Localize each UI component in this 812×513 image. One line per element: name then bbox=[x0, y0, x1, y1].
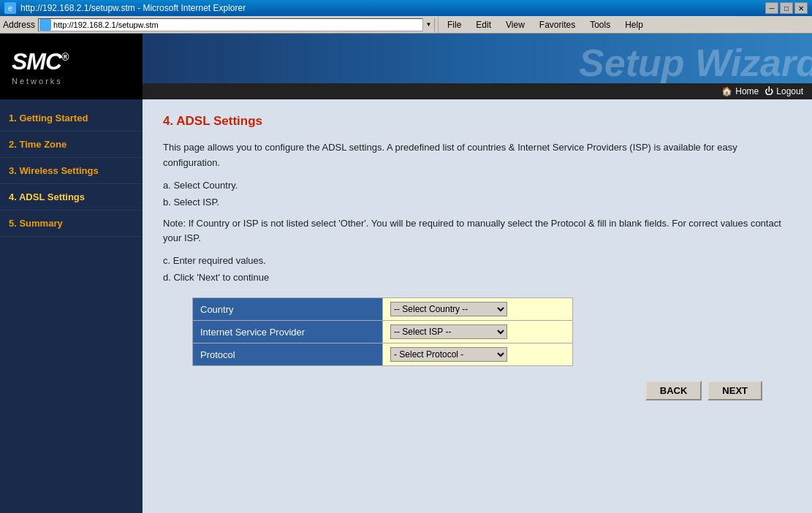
title-bar: e http://192.168.2.1/setupw.stm - Micros… bbox=[0, 0, 812, 16]
browser-body: SMC® Networks Setup Wizard 🏠 Home ⏻ Logo… bbox=[0, 34, 812, 513]
title-bar-controls: ─ □ ✕ bbox=[765, 2, 808, 14]
window-title: http://192.168.2.1/setupw.stm - Microsof… bbox=[20, 3, 246, 13]
address-input[interactable] bbox=[52, 20, 422, 29]
next-button[interactable]: NEXT bbox=[707, 381, 762, 400]
country-label: Country bbox=[193, 298, 383, 321]
smc-header: SMC® Networks Setup Wizard 🏠 Home ⏻ Logo… bbox=[0, 34, 812, 99]
logout-icon: ⏻ bbox=[764, 86, 773, 96]
close-button[interactable]: ✕ bbox=[794, 2, 808, 14]
note-text: Note: If Country or ISP is not listed se… bbox=[163, 216, 792, 247]
address-dropdown-btn[interactable]: ▼ bbox=[422, 18, 434, 31]
table-row-protocol: Protocol - Select Protocol - bbox=[193, 343, 573, 366]
home-icon: 🏠 bbox=[721, 86, 732, 96]
step-a-text: a. Select Country. bbox=[163, 180, 792, 191]
smc-networks-text: Networks bbox=[12, 77, 63, 86]
isp-cell: -- Select ISP -- bbox=[383, 321, 573, 343]
menu-file[interactable]: File bbox=[444, 18, 464, 31]
logout-button[interactable]: ⏻ Logout bbox=[764, 86, 803, 96]
protocol-cell: - Select Protocol - bbox=[383, 343, 573, 366]
smc-right: Setup Wizard 🏠 Home ⏻ Logout bbox=[143, 34, 812, 99]
country-select[interactable]: -- Select Country -- bbox=[390, 302, 507, 316]
page-icon bbox=[39, 19, 51, 31]
menu-bar: Address ▼ File Edit View Favorites Tools… bbox=[0, 16, 812, 34]
back-button[interactable]: BACK bbox=[645, 381, 702, 400]
table-row-isp: Internet Service Provider -- Select ISP … bbox=[193, 321, 573, 343]
address-input-wrap[interactable]: ▼ bbox=[38, 18, 435, 31]
settings-table: Country -- Select Country -- Internet Se… bbox=[192, 297, 573, 366]
country-cell: -- Select Country -- bbox=[383, 298, 573, 321]
sidebar-item-summary[interactable]: 5. Summary bbox=[0, 210, 143, 237]
step-d-text: d. Click 'Next' to continue bbox=[163, 272, 792, 283]
address-bar: Address ▼ bbox=[0, 17, 439, 33]
isp-select[interactable]: -- Select ISP -- bbox=[390, 324, 507, 339]
restore-button[interactable]: □ bbox=[780, 2, 793, 14]
page-title: 4. ADSL Settings bbox=[163, 114, 792, 129]
home-button[interactable]: 🏠 Home bbox=[721, 86, 759, 96]
smc-logo: SMC® bbox=[12, 48, 68, 75]
sidebar-item-getting-started[interactable]: 1. Getting Started bbox=[0, 105, 143, 132]
buttons-row: BACK NEXT bbox=[163, 381, 762, 400]
table-row-country: Country -- Select Country -- bbox=[193, 298, 573, 321]
description-text: This page allows you to configure the AD… bbox=[163, 140, 792, 171]
address-label: Address bbox=[3, 20, 35, 30]
setup-wizard-text: Setup Wizard bbox=[579, 41, 812, 85]
menu-favorites[interactable]: Favorites bbox=[536, 18, 578, 31]
minimize-button[interactable]: ─ bbox=[765, 2, 778, 14]
title-bar-left: e http://192.168.2.1/setupw.stm - Micros… bbox=[4, 2, 246, 14]
protocol-select[interactable]: - Select Protocol - bbox=[390, 347, 507, 362]
smc-logo-area: SMC® Networks bbox=[0, 34, 143, 99]
menu-edit[interactable]: Edit bbox=[473, 18, 494, 31]
menu-view[interactable]: View bbox=[503, 18, 528, 31]
sidebar-item-time-zone[interactable]: 2. Time Zone bbox=[0, 132, 143, 158]
step-c-text: c. Enter required values. bbox=[163, 255, 792, 266]
sidebar: 1. Getting Started 2. Time Zone 3. Wirel… bbox=[0, 99, 143, 513]
isp-label: Internet Service Provider bbox=[193, 321, 383, 343]
main-area: 1. Getting Started 2. Time Zone 3. Wirel… bbox=[0, 99, 812, 513]
sidebar-item-adsl-settings[interactable]: 4. ADSL Settings bbox=[0, 184, 143, 210]
menu-items: File Edit View Favorites Tools Help bbox=[439, 18, 652, 31]
header-nav: 🏠 Home ⏻ Logout bbox=[143, 83, 812, 99]
content-area: 4. ADSL Settings This page allows you to… bbox=[143, 99, 812, 513]
menu-tools[interactable]: Tools bbox=[587, 18, 613, 31]
ie-icon: e bbox=[4, 2, 16, 14]
sidebar-item-wireless-settings[interactable]: 3. Wireless Settings bbox=[0, 158, 143, 184]
protocol-label: Protocol bbox=[193, 343, 383, 366]
menu-help[interactable]: Help bbox=[622, 18, 646, 31]
step-b-text: b. Select ISP. bbox=[163, 197, 792, 208]
